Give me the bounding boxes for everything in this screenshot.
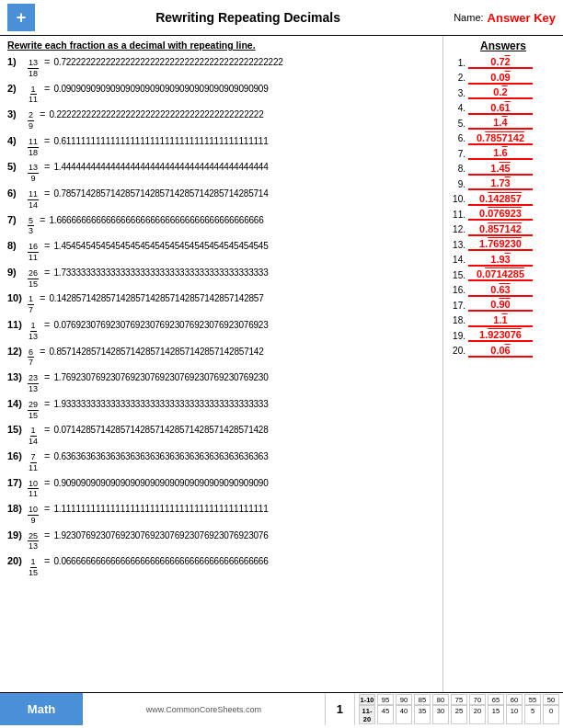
equals-sign-3: = bbox=[40, 107, 45, 122]
frac-denominator-9: 15 bbox=[28, 279, 39, 290]
problem-row-2: 2)111=0.09090909090909090909090909090909… bbox=[7, 81, 435, 106]
answer-row-20: 20.0.06 bbox=[449, 345, 557, 358]
answer-overline-15: 0714285 bbox=[485, 268, 524, 279]
answer-row-9: 9.1.73 bbox=[449, 177, 557, 190]
answer-number-17: 17. bbox=[449, 301, 465, 311]
frac-numerator-14: 29 bbox=[28, 400, 39, 411]
problem-number-13: 13) bbox=[7, 370, 28, 385]
answer-overline-12: 857142 bbox=[488, 223, 522, 234]
problem-number-16: 16) bbox=[7, 449, 28, 464]
answer-value-19: 1.923076 bbox=[468, 329, 533, 342]
decimal-value-2: 0.09090909090909090909090909090909090909… bbox=[53, 82, 268, 96]
answer-value-15: 0.0714285 bbox=[468, 268, 533, 281]
problem-number-6: 6) bbox=[7, 186, 28, 201]
answer-row-8: 8.1.45 bbox=[449, 163, 557, 176]
problems-section: Rewrite each fraction as a decimal with … bbox=[0, 36, 443, 692]
frac-denominator-7: 3 bbox=[28, 226, 34, 236]
answer-pre-5: 1. bbox=[493, 117, 501, 128]
fraction-12: 67 bbox=[28, 347, 34, 369]
answer-value-1: 0.72 bbox=[468, 56, 533, 69]
frac-numerator-4: 11 bbox=[28, 137, 39, 148]
frac-numerator-13: 23 bbox=[28, 373, 39, 384]
answer-overline-10: 142857 bbox=[488, 193, 522, 204]
frac-denominator-13: 13 bbox=[28, 384, 39, 394]
answer-pre-3: 0. bbox=[493, 86, 501, 97]
answers-container: 1.0.722.0.093.0.24.0.615.1.46.0.78571427… bbox=[449, 56, 557, 358]
problem-number-11: 11) bbox=[7, 317, 28, 333]
problem-number-1: 1) bbox=[7, 54, 28, 70]
fraction-19: 2513 bbox=[28, 531, 39, 552]
answer-number-3: 3. bbox=[449, 88, 465, 98]
answer-value-6: 0.7857142 bbox=[468, 132, 533, 145]
problem-number-9: 9) bbox=[7, 265, 28, 280]
problem-number-4: 4) bbox=[7, 133, 28, 149]
frac-denominator-19: 13 bbox=[28, 541, 39, 552]
problem-row-3: 3)29=0.222222222222222222222222222222222… bbox=[7, 107, 435, 131]
equals-sign-6: = bbox=[44, 186, 50, 201]
answer-pre-9: 1.7 bbox=[490, 177, 504, 188]
answer-value-13: 1.769230 bbox=[468, 238, 533, 251]
frac-denominator-3: 9 bbox=[28, 121, 34, 131]
frac-denominator-8: 11 bbox=[28, 253, 39, 263]
decimal-value-3: 0.22222222222222222222222222222222222222… bbox=[49, 108, 263, 121]
frac-denominator-11: 13 bbox=[28, 332, 39, 342]
main-content: Rewrite each fraction as a decimal with … bbox=[0, 36, 563, 692]
answer-number-7: 7. bbox=[449, 149, 465, 159]
frac-denominator-20: 15 bbox=[28, 568, 39, 578]
decimal-value-13: 1.76923076923076923076923076923076923076… bbox=[53, 370, 268, 384]
answer-pre-15: 0. bbox=[477, 268, 485, 279]
decimal-value-18: 1.11111111111111111111111111111111111111… bbox=[53, 502, 268, 516]
problem-row-16: 16)711=0.6363636363636363636363636363636… bbox=[7, 449, 435, 473]
frac-numerator-7: 5 bbox=[28, 216, 34, 227]
answer-pre-6: 0. bbox=[477, 132, 485, 143]
answer-value-17: 0.90 bbox=[468, 299, 533, 312]
answer-number-11: 11. bbox=[449, 210, 465, 220]
equals-sign-1: = bbox=[44, 54, 50, 70]
answer-overline-2: 9 bbox=[505, 72, 511, 83]
answer-pre-1: 0.7 bbox=[490, 56, 504, 67]
answer-row-18: 18.1.1 bbox=[449, 314, 557, 327]
problem-row-10: 10)17=0.14285714285714285714285714285714… bbox=[7, 290, 435, 315]
answer-overline-1: 2 bbox=[505, 56, 511, 67]
problem-number-18: 18) bbox=[7, 501, 28, 517]
answer-number-13: 13. bbox=[449, 240, 465, 250]
fraction-14: 2915 bbox=[28, 400, 39, 421]
problem-number-5: 5) bbox=[7, 159, 28, 175]
answer-number-5: 5. bbox=[449, 119, 465, 129]
answer-row-10: 10.0.142857 bbox=[449, 193, 557, 206]
frac-denominator-17: 11 bbox=[28, 489, 39, 499]
answer-overline-4: 1 bbox=[505, 102, 511, 113]
answer-overline-3: 2 bbox=[502, 86, 508, 97]
frac-numerator-2: 1 bbox=[30, 85, 37, 96]
decimal-value-10: 0.14285714285714285714285714285714285714… bbox=[49, 291, 263, 305]
problem-number-2: 2) bbox=[7, 81, 28, 97]
answers-section: Answers 1.0.722.0.093.0.24.0.615.1.46.0.… bbox=[443, 36, 563, 692]
problem-number-10: 10) bbox=[7, 290, 28, 306]
answer-number-14: 14. bbox=[449, 255, 465, 265]
answer-value-2: 0.09 bbox=[468, 72, 533, 85]
answer-number-2: 2. bbox=[449, 73, 465, 83]
frac-numerator-15: 1 bbox=[30, 426, 37, 437]
problem-row-6: 6)1114=0.7857142857142857142857142857142… bbox=[7, 186, 435, 210]
decimal-value-11: 0.07692307692307692307692307692307692307… bbox=[53, 318, 268, 332]
answer-overline-7: 6 bbox=[502, 147, 508, 158]
decimal-value-20: 0.06666666666666666666666666666666666666… bbox=[53, 554, 268, 568]
fraction-3: 29 bbox=[28, 110, 34, 131]
answer-overline-8: 45 bbox=[499, 163, 510, 174]
problem-number-14: 14) bbox=[7, 396, 28, 412]
decimal-value-12: 0.85714285714285714285714285714285714285… bbox=[49, 345, 263, 358]
fraction-11: 113 bbox=[28, 321, 39, 342]
answer-pre-4: 0.6 bbox=[490, 102, 504, 113]
fraction-8: 1611 bbox=[28, 242, 39, 263]
answer-value-12: 0.857142 bbox=[468, 223, 533, 236]
problem-row-15: 15)114=0.0714285714285714285714285714285… bbox=[7, 422, 435, 447]
score-row-2: 11-20 45 40 35 30 25 20 15 10 5 0 bbox=[359, 705, 559, 724]
fraction-4: 1118 bbox=[28, 137, 39, 158]
decimal-value-19: 1.92307692307692307692307692307692307692… bbox=[53, 529, 268, 542]
answer-row-7: 7.1.6 bbox=[449, 147, 557, 160]
answer-row-16: 16.0.63 bbox=[449, 284, 557, 297]
answer-value-3: 0.2 bbox=[468, 86, 533, 99]
problem-number-8: 8) bbox=[7, 238, 28, 254]
equals-sign-17: = bbox=[44, 475, 50, 491]
answer-value-10: 0.142857 bbox=[468, 193, 533, 206]
